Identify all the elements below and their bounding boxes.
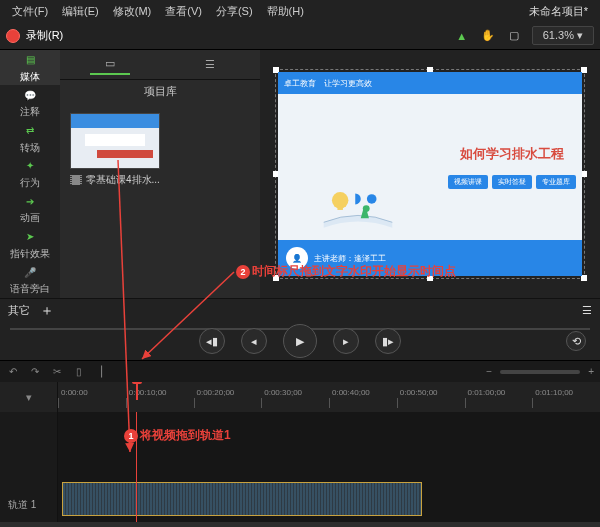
svg-rect-1 — [337, 204, 342, 209]
crop-tool-icon[interactable]: ▢ — [506, 28, 522, 44]
star-icon: ✦ — [22, 158, 38, 174]
bin-tab-list[interactable]: ☰ — [190, 55, 230, 75]
sidebar-item-animation[interactable]: ➔动画 — [0, 192, 60, 227]
mic-icon: 🎤 — [22, 264, 38, 280]
ruler-mark: 0:00:50;00 — [397, 398, 465, 408]
pointer-tool-icon[interactable]: ▲ — [454, 28, 470, 44]
menu-share[interactable]: 分享(S) — [210, 2, 259, 21]
play-button[interactable]: ▶ — [283, 324, 317, 358]
time-ruler[interactable]: ▾ 0:00:02:12 0:00:00 0:00:10;00 0:00:20;… — [0, 382, 600, 412]
record-label: 录制(R) — [26, 28, 63, 43]
slide-title: 如何学习排水工程 — [460, 145, 564, 163]
add-button[interactable]: ＋ — [40, 302, 54, 320]
book-illustration — [298, 188, 418, 236]
film-icon: ▤ — [22, 52, 38, 68]
playhead-marker[interactable] — [136, 382, 138, 400]
swap-icon: ⇄ — [22, 123, 38, 139]
cut-icon[interactable]: ✂ — [50, 365, 64, 379]
zoom-in-icon[interactable]: + — [588, 366, 594, 377]
ruler-mark: 0:00:40;00 — [329, 398, 397, 408]
svg-point-2 — [367, 194, 377, 204]
teacher-label: 主讲老师：逢泽工工 — [314, 253, 386, 264]
timeline-clip[interactable] — [62, 482, 422, 516]
sidebar-item-media[interactable]: ▤媒体 — [0, 50, 60, 85]
zoom-dropdown[interactable]: 61.3% ▾ — [532, 26, 594, 45]
timeline-tracks: 轨道 1 — [0, 412, 600, 522]
sidebar-item-behavior[interactable]: ✦行为 — [0, 156, 60, 191]
playback-bar: ◂▮ ◂ ▶ ▸ ▮▸ ⟲ — [0, 322, 600, 360]
annotation-number: 2 — [236, 265, 250, 279]
left-sidebar: ▤媒体 💬注释 ⇄转场 ✦行为 ➔动画 ➤指针效果 🎤语音旁白 — [0, 50, 60, 298]
svg-point-3 — [363, 205, 370, 212]
sidebar-item-cursor[interactable]: ➤指针效果 — [0, 227, 60, 262]
project-title: 未命名项目* — [529, 4, 594, 19]
zoom-out-icon[interactable]: − — [486, 366, 492, 377]
annotation-1: 1 将视频拖到轨道1 — [124, 427, 231, 444]
record-button[interactable]: 录制(R) — [6, 28, 63, 43]
canvas[interactable]: 卓工教育让学习更高效 — [275, 69, 585, 279]
pill: 视频讲课 — [448, 175, 488, 189]
menu-edit[interactable]: 编辑(E) — [56, 2, 105, 21]
clip-name: 零基础课4排水... — [86, 173, 160, 187]
film-icon — [70, 175, 82, 185]
ruler-mark: 0:01:10;00 — [532, 398, 600, 408]
pill: 实时答疑 — [492, 175, 532, 189]
zoom-slider[interactable] — [500, 370, 580, 374]
arrow-icon: ➔ — [22, 193, 38, 209]
record-bar: 录制(R) ▲ ✋ ▢ 61.3% ▾ — [0, 22, 600, 50]
media-bin: ▭ ☰ 项目库 零基础课4排水... — [60, 50, 260, 298]
slide-preview: 卓工教育让学习更高效 — [278, 72, 582, 276]
pill: 专业题库 — [536, 175, 576, 189]
tab-other[interactable]: 其它 — [8, 303, 30, 318]
loop-button[interactable]: ⟲ — [566, 331, 586, 351]
preview-pane: 卓工教育让学习更高效 — [260, 50, 600, 298]
ruler-mark: 0:00:30;00 — [261, 398, 329, 408]
menu-help[interactable]: 帮助(H) — [261, 2, 310, 21]
hand-tool-icon[interactable]: ✋ — [480, 28, 496, 44]
copy-icon[interactable]: ▯ — [72, 365, 86, 379]
sidebar-item-transition[interactable]: ⇄转场 — [0, 121, 60, 156]
track-label-1[interactable]: 轨道 1 — [0, 412, 58, 522]
clip-thumbnail — [70, 113, 160, 169]
step-back-button[interactable]: ◂ — [241, 328, 267, 354]
bin-tab-thumb[interactable]: ▭ — [90, 55, 130, 75]
menu-modify[interactable]: 修改(M) — [107, 2, 158, 21]
next-frame-button[interactable]: ▮▸ — [375, 328, 401, 354]
annotation-2: 2 时间标尺拖到文字水印开始显示时间点 — [236, 263, 456, 280]
media-clip[interactable]: 零基础课4排水... — [70, 113, 160, 187]
ruler-mark: 0:00:00 — [58, 398, 126, 408]
sidebar-item-annotation[interactable]: 💬注释 — [0, 85, 60, 120]
annotation-number: 1 — [124, 429, 138, 443]
ruler-mark: 0:00:20;00 — [194, 398, 262, 408]
split-icon[interactable]: ⎮ — [94, 365, 108, 379]
record-icon — [6, 29, 20, 43]
settings-icon[interactable]: ☰ — [582, 304, 592, 317]
step-fwd-button[interactable]: ▸ — [333, 328, 359, 354]
undo-icon[interactable]: ↶ — [6, 365, 20, 379]
bottom-tab-row: 其它 ＋ ☰ — [0, 298, 600, 322]
redo-icon[interactable]: ↷ — [28, 365, 42, 379]
prev-frame-button[interactable]: ◂▮ — [199, 328, 225, 354]
ruler-mark: 0:01:00;00 — [465, 398, 533, 408]
menu-bar: 文件(F) 编辑(E) 修改(M) 查看(V) 分享(S) 帮助(H) 未命名项… — [0, 0, 600, 22]
menu-view[interactable]: 查看(V) — [159, 2, 208, 21]
cursor-icon: ➤ — [22, 229, 38, 245]
sidebar-item-voiceover[interactable]: 🎤语音旁白 — [0, 263, 60, 298]
library-title: 项目库 — [60, 80, 260, 103]
speech-icon: 💬 — [22, 87, 38, 103]
collapse-icon[interactable]: ▾ — [26, 391, 32, 404]
timeline-toolbar: ↶ ↷ ✂ ▯ ⎮ − + — [0, 360, 600, 382]
menu-file[interactable]: 文件(F) — [6, 2, 54, 21]
